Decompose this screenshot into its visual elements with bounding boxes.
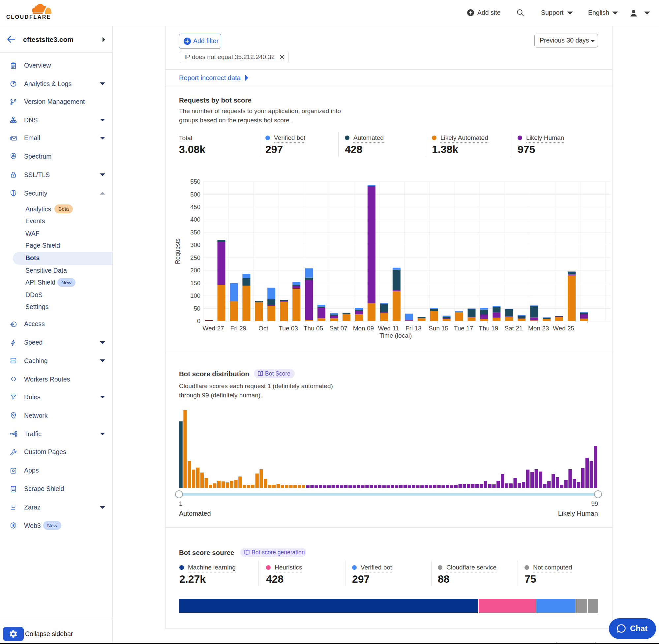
svg-text:50: 50 (193, 305, 201, 312)
svg-text:0: 0 (197, 318, 201, 324)
svg-text:150: 150 (190, 280, 201, 286)
svg-text:100: 100 (190, 292, 201, 299)
svg-text:Sun 15: Sun 15 (428, 325, 448, 332)
svg-text:Mon 23: Mon 23 (528, 325, 549, 332)
svg-text:200: 200 (190, 267, 201, 274)
svg-text:Requests: Requests (174, 238, 181, 264)
svg-text:500: 500 (190, 191, 201, 198)
svg-text:Wed 27: Wed 27 (203, 325, 224, 332)
svg-text:300: 300 (190, 242, 201, 248)
svg-text:Fri 29: Fri 29 (231, 325, 246, 332)
svg-text:350: 350 (190, 229, 201, 236)
svg-text:Thu 19: Thu 19 (479, 325, 498, 332)
svg-text:Time (local): Time (local) (379, 332, 412, 339)
svg-text:400: 400 (190, 216, 201, 223)
svg-text:Tue 17: Tue 17 (454, 325, 473, 332)
svg-text:Wed 25: Wed 25 (553, 325, 574, 332)
svg-text:Sat 07: Sat 07 (329, 325, 348, 332)
svg-text:Fri 13: Fri 13 (405, 325, 422, 332)
svg-text:Mon 09: Mon 09 (353, 325, 374, 332)
svg-text:Tue 03: Tue 03 (279, 325, 298, 332)
svg-text:250: 250 (190, 254, 201, 261)
svg-text:Oct: Oct (258, 325, 268, 332)
svg-text:450: 450 (190, 204, 201, 210)
svg-text:Wed 11: Wed 11 (378, 325, 399, 332)
svg-text:Thu 05: Thu 05 (304, 325, 323, 332)
svg-text:Sat 21: Sat 21 (504, 325, 522, 332)
svg-text:550: 550 (190, 178, 201, 185)
